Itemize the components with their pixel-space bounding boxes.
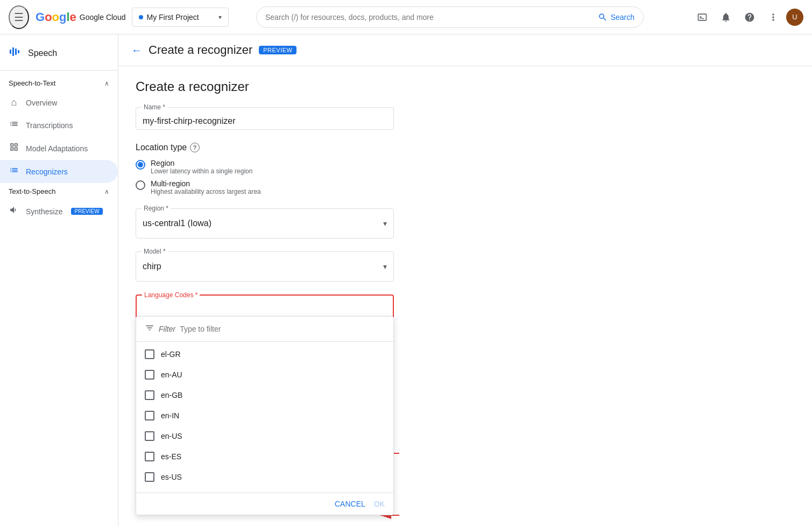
dropdown-item-en-au[interactable]: en-AU	[136, 364, 393, 385]
sidebar-item-model-adaptations[interactable]: Model Adaptations	[0, 137, 118, 160]
google-cloud-logo[interactable]: Google Google Cloud	[36, 10, 125, 24]
checkbox-en-in[interactable]	[145, 411, 154, 420]
model-value: chirp	[143, 262, 383, 271]
dropdown-item-et-ee[interactable]: et-EE	[136, 487, 393, 493]
terminal-icon-btn[interactable]	[691, 6, 713, 28]
sidebar-item-recognizers[interactable]: Recognizers	[0, 160, 118, 183]
project-chevron-icon: ▾	[218, 13, 222, 21]
sidebar-item-transcriptions[interactable]: Transcriptions	[0, 114, 118, 137]
radio-multi-region-btn[interactable]	[136, 180, 145, 190]
synthesize-preview-badge: PREVIEW	[71, 208, 102, 215]
checkbox-es-us[interactable]	[145, 472, 154, 482]
sidebar-app-header: Speech	[0, 39, 118, 71]
checkbox-en-gb[interactable]	[145, 390, 154, 400]
checkbox-en-au[interactable]	[145, 370, 154, 380]
notification-icon-btn[interactable]	[715, 6, 737, 28]
terminal-icon	[697, 12, 708, 23]
item-label-es-us: es-US	[161, 473, 182, 481]
user-avatar[interactable]: U	[786, 9, 803, 26]
svg-rect-3	[18, 50, 19, 53]
sidebar-app-title: Speech	[28, 48, 57, 58]
stt-section-label: Speech-to-Text	[9, 79, 55, 87]
dropdown-item-es-us[interactable]: es-US	[136, 467, 393, 487]
hamburger-menu[interactable]: ☰	[9, 5, 29, 29]
recognizers-label: Recognizers	[26, 167, 68, 176]
notification-icon	[721, 12, 731, 23]
back-button[interactable]: ←	[131, 44, 142, 57]
item-label-es-es: es-ES	[161, 452, 181, 461]
overview-label: Overview	[26, 99, 57, 107]
location-type-help-icon[interactable]: ?	[190, 143, 200, 152]
dropdown-ok-btn[interactable]: OK	[374, 500, 385, 508]
search-input[interactable]	[265, 13, 594, 22]
home-icon: ⌂	[9, 97, 19, 108]
radio-region-label: Region	[151, 159, 252, 167]
transcriptions-label: Transcriptions	[26, 121, 73, 130]
location-type-field: Location type ? Region Lower latency wit…	[136, 143, 532, 195]
more-vert-icon-btn[interactable]	[762, 6, 784, 28]
region-select[interactable]: Region * us-central1 (Iowa) ▾	[136, 208, 394, 239]
checkbox-es-es[interactable]	[145, 452, 154, 461]
project-name: My First Project	[146, 13, 199, 22]
checkbox-en-us[interactable]	[145, 431, 154, 441]
dropdown-item-el-gr[interactable]: el-GR	[136, 344, 393, 364]
more-vert-icon	[768, 12, 779, 23]
location-type-text: Location type	[136, 143, 187, 152]
filter-input[interactable]	[180, 325, 385, 333]
dropdown-list: el-GR en-AU en-GB en-IN	[136, 342, 393, 493]
model-field: Model * chirp ▾	[136, 251, 532, 282]
project-dot	[139, 15, 143, 19]
model-adaptations-label: Model Adaptations	[26, 144, 88, 153]
name-field: Name *	[136, 107, 532, 130]
location-type-label: Location type ?	[136, 143, 532, 152]
dropdown-item-en-us[interactable]: en-US	[136, 426, 393, 446]
project-selector[interactable]: My First Project ▾	[132, 8, 229, 27]
item-label-en-us: en-US	[161, 432, 182, 440]
radio-region[interactable]: Region Lower latency within a single reg…	[136, 159, 532, 175]
radio-multi-region-label: Multi-region	[151, 179, 261, 188]
sidebar: Speech Speech-to-Text ∧ ⌂ Overview Trans…	[0, 34, 118, 526]
app-body: Speech Speech-to-Text ∧ ⌂ Overview Trans…	[0, 34, 812, 526]
form-container: Create a recognizer Name * Location type…	[118, 66, 549, 441]
radio-region-btn[interactable]	[136, 160, 145, 170]
model-adaptations-icon	[9, 142, 19, 155]
help-icon-btn[interactable]	[739, 6, 760, 28]
synthesize-label: Synthesize	[26, 207, 62, 216]
search-btn-label: Search	[611, 13, 634, 22]
radio-multi-region-sublabel: Highest availability across largest area	[151, 188, 261, 195]
radio-region-text: Region Lower latency within a single reg…	[151, 159, 252, 175]
avatar-initials: U	[792, 13, 797, 21]
dropdown-item-es-es[interactable]: es-ES	[136, 446, 393, 467]
synthesize-icon	[9, 205, 19, 218]
item-label-en-in: en-IN	[161, 411, 179, 420]
tts-chevron-icon: ∧	[104, 188, 109, 195]
stt-chevron-icon: ∧	[104, 80, 109, 87]
sidebar-section-stt[interactable]: Speech-to-Text ∧	[0, 75, 118, 92]
checkbox-el-gr[interactable]	[145, 349, 154, 359]
radio-region-sublabel: Lower latency within a single region	[151, 167, 252, 175]
page-preview-badge: PREVIEW	[259, 46, 296, 54]
item-label-en-au: en-AU	[161, 370, 182, 379]
page-title: Create a recognizer	[149, 43, 252, 57]
radio-multi-region[interactable]: Multi-region Highest availability across…	[136, 179, 532, 195]
model-select[interactable]: Model * chirp ▾	[136, 251, 394, 282]
item-label-el-gr: el-GR	[161, 350, 181, 359]
dropdown-cancel-btn[interactable]: CANCEL	[335, 500, 365, 508]
svg-rect-0	[10, 50, 11, 54]
name-input[interactable]	[143, 116, 387, 126]
language-codes-field: Language Codes * Filter	[136, 294, 532, 325]
dropdown-item-en-in[interactable]: en-IN	[136, 405, 393, 426]
recognizers-icon	[9, 165, 19, 178]
sidebar-section-tts[interactable]: Text-to-Speech ∧	[0, 183, 118, 200]
svg-rect-1	[12, 47, 14, 56]
sidebar-item-synthesize[interactable]: Synthesize PREVIEW	[0, 200, 118, 223]
dropdown-item-en-gb[interactable]: en-GB	[136, 385, 393, 405]
form-title: Create a recognizer	[136, 79, 532, 94]
search-icon	[598, 12, 608, 22]
sidebar-item-overview[interactable]: ⌂ Overview	[0, 92, 118, 114]
name-input-wrapper: Name *	[136, 107, 394, 130]
main-content: ← Create a recognizer PREVIEW Create a r…	[118, 34, 812, 526]
language-dropdown-panel: Filter el-GR en-AU	[136, 316, 394, 515]
search-bar: Search	[256, 6, 644, 28]
search-button[interactable]: Search	[598, 12, 634, 22]
